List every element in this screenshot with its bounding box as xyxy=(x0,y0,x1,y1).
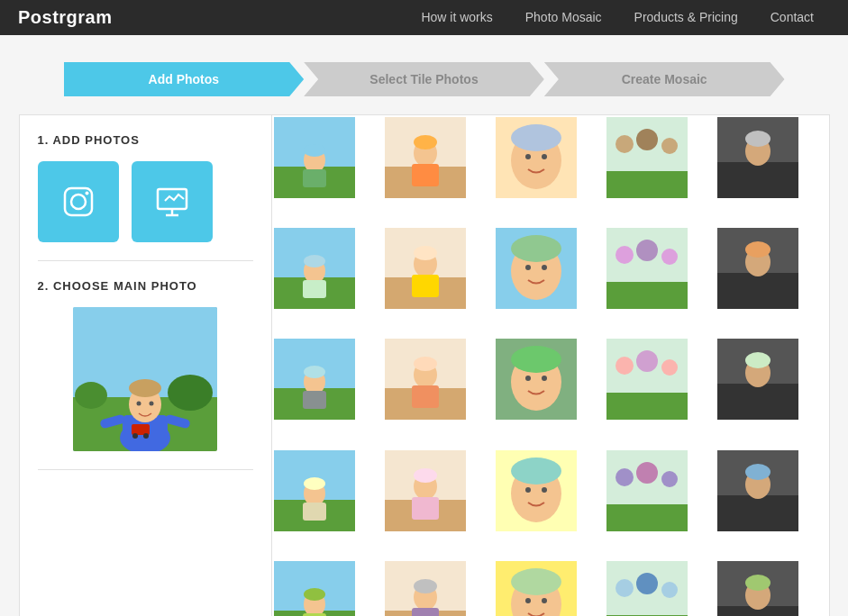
photo-grid xyxy=(272,115,829,616)
svg-rect-112 xyxy=(606,504,688,531)
left-panel: 1. Add Photos xyxy=(20,115,272,616)
photo-cell[interactable] xyxy=(274,228,383,337)
svg-rect-114 xyxy=(717,495,798,531)
instagram-icon xyxy=(60,184,96,220)
step-add-photos[interactable]: Add Photos xyxy=(64,62,305,96)
svg-point-48 xyxy=(304,255,325,267)
svg-point-140 xyxy=(745,575,770,591)
svg-point-106 xyxy=(525,487,531,493)
svg-point-135 xyxy=(661,582,678,598)
svg-point-39 xyxy=(661,138,678,154)
photo-cell[interactable] xyxy=(717,117,826,226)
photo-cell[interactable] xyxy=(496,228,605,337)
svg-point-1 xyxy=(71,195,86,209)
photo-cell[interactable] xyxy=(606,228,716,337)
add-photos-title: 1. Add Photos xyxy=(38,133,253,147)
svg-point-14 xyxy=(143,433,149,439)
upload-buttons xyxy=(38,161,253,242)
photo-cell[interactable] xyxy=(385,228,494,337)
svg-point-44 xyxy=(745,131,770,147)
photo-cell[interactable] xyxy=(606,117,716,226)
svg-point-105 xyxy=(511,457,561,485)
navbar: Postrgram How it works Photo Mosaic Prod… xyxy=(0,0,848,35)
photo-cell[interactable] xyxy=(717,339,826,448)
svg-rect-126 xyxy=(412,608,439,616)
nav-link-products-pricing[interactable]: Products & Pricing xyxy=(618,0,754,35)
svg-point-85 xyxy=(615,357,634,375)
svg-point-38 xyxy=(636,129,658,150)
svg-point-37 xyxy=(615,135,634,153)
nav-link-photo-mosaic[interactable]: Photo Mosaic xyxy=(509,0,618,35)
photo-cell[interactable] xyxy=(385,561,494,616)
svg-point-96 xyxy=(304,477,325,490)
photo-cell[interactable] xyxy=(385,339,494,448)
section-divider-2 xyxy=(38,469,253,470)
svg-rect-78 xyxy=(412,385,439,408)
photo-cell[interactable] xyxy=(496,561,605,616)
photo-cell[interactable] xyxy=(385,450,494,559)
svg-point-58 xyxy=(525,265,531,270)
svg-point-111 xyxy=(661,471,678,487)
svg-point-120 xyxy=(304,588,325,601)
photo-cell[interactable] xyxy=(496,450,605,559)
svg-rect-49 xyxy=(303,280,326,298)
svg-point-131 xyxy=(542,598,547,603)
svg-point-2 xyxy=(85,192,88,195)
svg-point-92 xyxy=(745,352,770,368)
photo-cell[interactable] xyxy=(606,339,716,448)
svg-rect-102 xyxy=(412,497,439,520)
svg-point-16 xyxy=(129,379,161,397)
svg-point-57 xyxy=(511,235,561,262)
choose-main-photo-title: 2. Choose Main Photo xyxy=(38,279,253,293)
svg-rect-66 xyxy=(717,273,798,309)
svg-point-24 xyxy=(304,144,325,157)
svg-point-9 xyxy=(75,382,107,409)
svg-point-77 xyxy=(414,357,437,371)
photo-cell[interactable] xyxy=(717,228,826,337)
svg-point-107 xyxy=(542,487,547,493)
photo-cell[interactable] xyxy=(496,339,605,448)
right-panel xyxy=(272,115,829,616)
main-photo-svg xyxy=(73,307,217,451)
nav-links: How it works Photo Mosaic Products & Pri… xyxy=(405,0,830,35)
computer-upload-button[interactable] xyxy=(132,161,213,242)
svg-point-125 xyxy=(414,579,437,593)
svg-rect-73 xyxy=(303,391,326,409)
photo-cell[interactable] xyxy=(385,117,494,226)
photo-cell[interactable] xyxy=(496,117,605,226)
svg-point-59 xyxy=(542,265,547,270)
svg-rect-42 xyxy=(717,162,798,198)
svg-point-62 xyxy=(636,240,658,261)
photo-cell[interactable] xyxy=(606,561,716,616)
photo-cell[interactable] xyxy=(274,561,383,616)
svg-point-53 xyxy=(414,246,437,260)
svg-point-116 xyxy=(745,464,770,480)
photo-cell[interactable] xyxy=(274,117,383,226)
svg-point-63 xyxy=(661,249,678,265)
photo-cell[interactable] xyxy=(274,450,383,559)
svg-point-129 xyxy=(511,568,561,595)
main-photo-preview xyxy=(73,307,217,451)
photo-cell[interactable] xyxy=(717,450,826,559)
svg-point-13 xyxy=(132,433,138,439)
photo-cell[interactable] xyxy=(274,339,383,448)
svg-point-8 xyxy=(168,375,213,411)
step-select-tile-photos[interactable]: Select Tile Photos xyxy=(304,62,544,96)
svg-rect-40 xyxy=(606,171,688,198)
svg-rect-54 xyxy=(412,275,439,297)
section-divider-1 xyxy=(38,260,253,261)
svg-rect-90 xyxy=(717,384,798,420)
svg-point-82 xyxy=(525,376,531,381)
step-create-mosaic[interactable]: Create Mosaic xyxy=(544,62,785,96)
svg-point-29 xyxy=(414,135,437,149)
svg-rect-30 xyxy=(412,164,439,186)
photo-cell[interactable] xyxy=(717,561,826,616)
instagram-upload-button[interactable] xyxy=(38,161,119,242)
nav-link-how-it-works[interactable]: How it works xyxy=(405,0,508,35)
svg-rect-97 xyxy=(303,503,326,521)
svg-rect-88 xyxy=(606,393,688,420)
nav-link-contact[interactable]: Contact xyxy=(754,0,830,35)
photo-cell[interactable] xyxy=(606,450,716,559)
svg-point-72 xyxy=(304,366,325,378)
svg-point-133 xyxy=(615,579,634,597)
